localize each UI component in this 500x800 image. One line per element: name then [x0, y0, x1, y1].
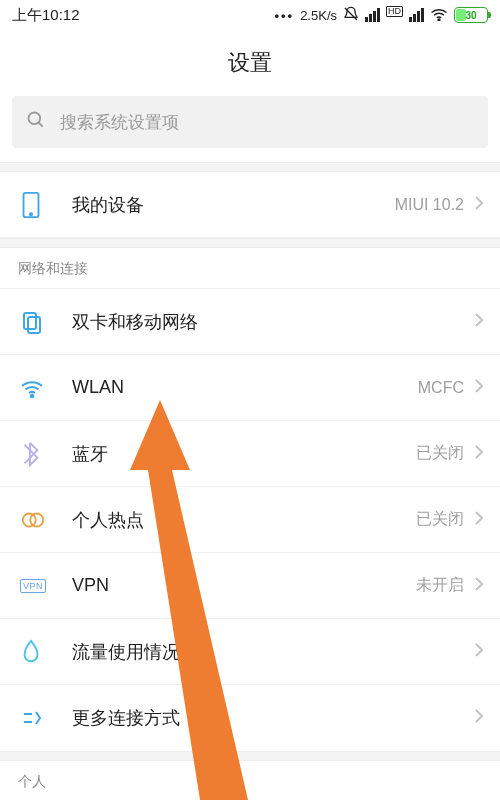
svg-point-5: [30, 213, 32, 215]
hotspot-icon: [20, 509, 54, 531]
svg-point-2: [29, 113, 41, 125]
row-value: 未开启: [416, 575, 474, 596]
section-gap: [0, 162, 500, 172]
svg-rect-6: [24, 313, 36, 329]
silent-icon: [343, 6, 359, 25]
chevron-right-icon: [474, 378, 484, 398]
phone-icon: [20, 191, 54, 219]
search-input[interactable]: 搜索系统设置项: [12, 96, 488, 148]
section-header-personal: 个人: [0, 761, 500, 791]
status-right: ••• 2.5K/s HD 30: [274, 6, 488, 25]
chevron-right-icon: [474, 444, 484, 464]
row-label: 个人热点: [54, 508, 416, 532]
row-label: 双卡和移动网络: [54, 310, 464, 334]
svg-point-8: [31, 394, 34, 397]
wifi-icon: [20, 378, 54, 398]
bluetooth-icon: [20, 441, 54, 467]
wifi-icon: [430, 7, 448, 24]
row-label: 更多连接方式: [54, 706, 464, 730]
row-hotspot[interactable]: 个人热点 已关闭: [0, 487, 500, 553]
section-gap: [0, 238, 500, 248]
row-label: 我的设备: [54, 193, 395, 217]
page-title: 设置: [0, 30, 500, 96]
section-header-network: 网络和连接: [0, 248, 500, 289]
more-dots-icon: •••: [274, 8, 294, 23]
status-time: 上午10:12: [12, 6, 80, 25]
chevron-right-icon: [474, 510, 484, 530]
row-label: 流量使用情况: [54, 640, 464, 664]
chevron-right-icon: [474, 195, 484, 215]
chevron-right-icon: [474, 312, 484, 332]
row-value: 已关闭: [416, 509, 474, 530]
row-more-connections[interactable]: 更多连接方式: [0, 685, 500, 751]
chevron-right-icon: [474, 576, 484, 596]
settings-screen: 上午10:12 ••• 2.5K/s HD 30 设置 搜索系统设置项: [0, 0, 500, 800]
row-value: MIUI 10.2: [395, 196, 474, 214]
signal-icon-2: [409, 8, 424, 22]
sim-icon: [20, 310, 54, 334]
svg-point-9: [23, 513, 36, 526]
hd-badge: HD: [386, 6, 403, 17]
signal-icon: [365, 8, 380, 22]
data-usage-icon: [20, 639, 54, 665]
more-connections-icon: [20, 708, 54, 728]
chevron-right-icon: [474, 708, 484, 728]
chevron-right-icon: [474, 642, 484, 662]
row-value: 已关闭: [416, 443, 474, 464]
row-value: MCFC: [418, 379, 474, 397]
row-vpn[interactable]: VPN VPN 未开启: [0, 553, 500, 619]
row-data-usage[interactable]: 流量使用情况: [0, 619, 500, 685]
status-bar: 上午10:12 ••• 2.5K/s HD 30: [0, 0, 500, 30]
section-gap: [0, 751, 500, 761]
svg-point-1: [438, 19, 440, 21]
row-bluetooth[interactable]: 蓝牙 已关闭: [0, 421, 500, 487]
svg-line-3: [39, 123, 43, 127]
search-container: 搜索系统设置项: [0, 96, 500, 162]
svg-point-10: [30, 513, 43, 526]
search-placeholder: 搜索系统设置项: [60, 111, 179, 134]
row-sim[interactable]: 双卡和移动网络: [0, 289, 500, 355]
row-wlan[interactable]: WLAN MCFC: [0, 355, 500, 421]
row-my-device[interactable]: 我的设备 MIUI 10.2: [0, 172, 500, 238]
vpn-icon: VPN: [20, 579, 54, 593]
battery-icon: 30: [454, 7, 488, 23]
svg-rect-7: [28, 317, 40, 333]
row-label: VPN: [54, 575, 416, 596]
row-label: 蓝牙: [54, 442, 416, 466]
row-label: WLAN: [54, 377, 418, 398]
search-icon: [26, 110, 46, 134]
network-speed: 2.5K/s: [300, 8, 337, 23]
